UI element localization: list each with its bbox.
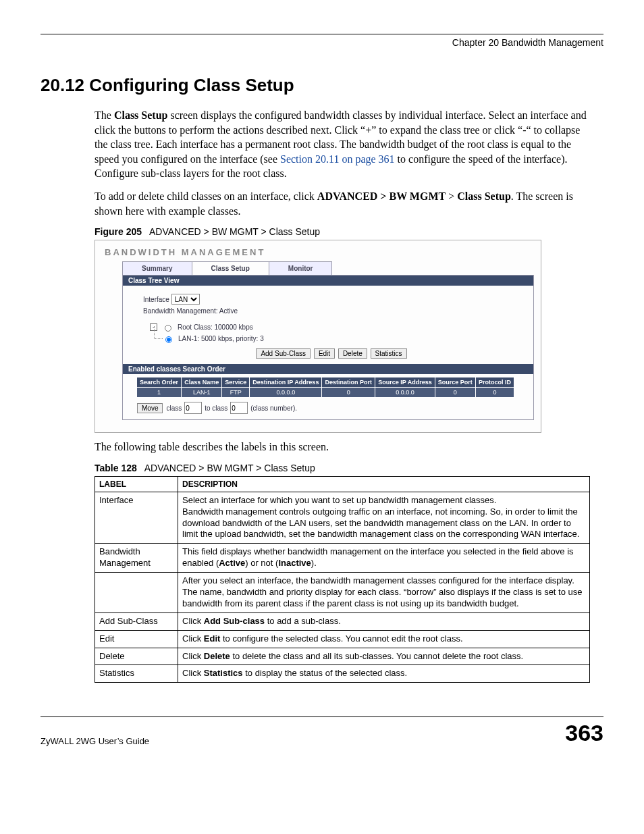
cell: LAN-1 (182, 388, 222, 398)
row-label: Statistics (95, 665, 178, 683)
cell: 0.0.0.0 (250, 388, 322, 398)
cell: 0 (435, 388, 475, 398)
add-sub-class-button[interactable]: Add Sub-Class (256, 348, 311, 359)
table-row: Edit Click Edit to configure the selecte… (95, 630, 590, 648)
table-row: After you select an interface, the bandw… (95, 573, 590, 613)
table-row: Bandwidth Management This field displays… (95, 544, 590, 573)
cell: 0 (322, 388, 375, 398)
class-tree-bar: Class Tree View (123, 276, 533, 286)
row-description: Click Add Sub-class to add a sub-class. (178, 613, 590, 630)
section-title: 20.12 Configuring Class Setup (41, 75, 603, 96)
paragraph-2: To add or delete child classes on an int… (95, 189, 590, 218)
th-dest-ip: Destination IP Address (250, 377, 322, 388)
interface-select[interactable]: LAN (171, 294, 200, 305)
tab-bar: Summary Class Setup Monitor (122, 261, 534, 276)
bm-status-text: Bandwidth Management: Active (143, 307, 520, 315)
th-search-order: Search Order (137, 377, 182, 388)
paragraph-1: The Class Setup screen displays the conf… (95, 108, 590, 181)
bold: ADVANCED > BW MGMT (317, 190, 446, 202)
table-row: Add Sub-Class Click Add Sub-class to add… (95, 613, 590, 630)
statistics-button[interactable]: Statistics (371, 348, 407, 359)
text: Select an interface for which you want t… (182, 495, 496, 505)
footer-guide-name: ZyWALL 2WG User’s Guide (41, 736, 149, 746)
text: The (95, 109, 114, 121)
table-row: Interface Select an interface for which … (95, 492, 590, 544)
th-class-name: Class Name (182, 377, 222, 388)
bold: Class Setup (114, 109, 168, 121)
bold: Statistics (204, 668, 243, 678)
screenshot-title: BANDWIDTH MANAGEMENT (105, 247, 534, 257)
row-label: Edit (95, 630, 178, 648)
text: Click (182, 616, 204, 626)
row-label: Bandwidth Management (95, 544, 178, 573)
page-number: 363 (565, 720, 603, 746)
class-tree: - Root Class: 100000 kbps LAN-1: 5000 kb… (150, 321, 520, 344)
move-text: class (166, 405, 182, 412)
post-figure-text: The following table describes the labels… (95, 440, 590, 454)
text: to display the status of the selected cl… (243, 668, 408, 678)
row-description: Select an interface for which you want t… (178, 492, 590, 544)
figure-caption: Figure 205 ADVANCED > BW MGMT > Class Se… (95, 226, 590, 237)
xref-link[interactable]: Section 20.11 on page 361 (280, 153, 395, 165)
screenshot-main-panel: Class Tree View Interface LAN Bandwidth … (122, 276, 534, 420)
move-text: (class number). (250, 405, 297, 412)
text: Click (182, 651, 204, 661)
search-order-table: Search Order Class Name Service Destinat… (136, 377, 514, 398)
move-row: Move class to class (class number). (136, 402, 533, 414)
text: to delete the class and all its sub-clas… (230, 651, 523, 661)
text: ) or not ( (245, 558, 278, 568)
th-service: Service (222, 377, 250, 388)
th-protocol-id: Protocol ID (475, 377, 514, 388)
row-label (95, 573, 178, 613)
screenshot-panel: BANDWIDTH MANAGEMENT Summary Class Setup… (95, 240, 541, 433)
th-label: LABEL (95, 476, 178, 492)
cell: 1 (137, 388, 182, 398)
text: to configure the selected class. You can… (220, 633, 462, 644)
tab-summary[interactable]: Summary (122, 261, 192, 275)
cell: 0 (475, 388, 514, 398)
figure-label: Figure 205 (95, 226, 142, 237)
row-label: Delete (95, 648, 178, 665)
th-dest-port: Destination Port (322, 377, 375, 388)
th-src-port: Source Port (435, 377, 475, 388)
table-row: Statistics Click Statistics to display t… (95, 665, 590, 683)
table-row: 1 LAN-1 FTP 0.0.0.0 0 0.0.0.0 0 0 (137, 388, 514, 398)
figure-caption-text: ADVANCED > BW MGMT > Class Setup (149, 226, 320, 237)
th-description: DESCRIPTION (178, 476, 590, 492)
row-description: This field displays whether bandwidth ma… (178, 544, 590, 573)
row-description: Click Statistics to display the status o… (178, 665, 590, 683)
table-caption-text: ADVANCED > BW MGMT > Class Setup (144, 463, 315, 473)
move-button[interactable]: Move (137, 403, 163, 413)
move-class-input-1[interactable] (184, 402, 202, 414)
text: Click (182, 633, 204, 644)
table-header-row: Search Order Class Name Service Destinat… (137, 377, 514, 388)
text: > (446, 190, 457, 202)
bold: Add Sub-class (204, 616, 265, 626)
cell: FTP (222, 388, 250, 398)
child-class-label: LAN-1: 5000 kbps, priority: 3 (178, 333, 264, 344)
row-description: Click Delete to delete the class and all… (178, 648, 590, 665)
edit-button[interactable]: Edit (314, 348, 335, 359)
bold: Class Setup (457, 190, 511, 202)
table-label: Table 128 (95, 463, 137, 473)
search-order-bar: Enabled classes Search Order (123, 364, 533, 374)
root-class-label: Root Class: 100000 kbps (178, 321, 253, 333)
tab-monitor[interactable]: Monitor (269, 261, 333, 275)
bold: Inactive (278, 558, 311, 568)
text: Click (182, 668, 204, 678)
bold: Edit (204, 633, 221, 644)
child-class-radio[interactable] (165, 336, 172, 343)
row-label: Add Sub-Class (95, 613, 178, 630)
root-class-radio[interactable] (165, 325, 171, 332)
tab-class-setup[interactable]: Class Setup (192, 261, 269, 275)
delete-button[interactable]: Delete (338, 348, 367, 359)
row-label: Interface (95, 492, 178, 544)
button-row: Add Sub-Class Edit Delete Statistics (143, 348, 520, 359)
move-class-input-2[interactable] (230, 402, 248, 414)
bold: Delete (204, 651, 230, 661)
text: ). (311, 558, 317, 568)
chapter-header: Chapter 20 Bandwidth Management (41, 37, 603, 48)
description-table: LABEL DESCRIPTION Interface Select an in… (95, 476, 590, 683)
text: Bandwidth management controls outgoing t… (182, 506, 579, 540)
text: To add or delete child classes on an int… (95, 190, 317, 202)
